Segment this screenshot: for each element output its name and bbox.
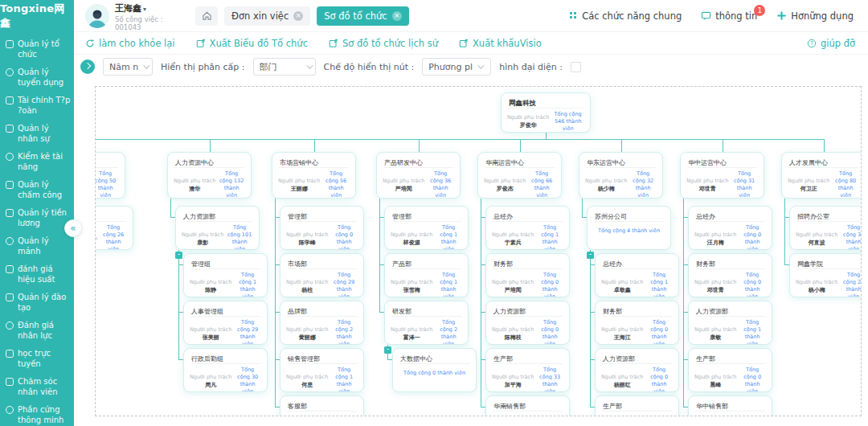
- org-node-c5e[interactable]: 华南销售部: [485, 395, 570, 416]
- sidebar-item-5[interactable]: Kiểm kê tài năng: [0, 148, 74, 176]
- org-node-member-count[interactable]: Tổng cộng 32 thành viên: [629, 170, 657, 199]
- refresh-button[interactable]: làm cho khỏe lại: [85, 38, 175, 49]
- org-node-c5[interactable]: 华南运营中心Người phụ trách罗俊杰Tổng cộng 66 thà…: [477, 152, 562, 199]
- org-node-member-count[interactable]: Tổng cộng 0 thành viên: [536, 319, 563, 345]
- org-node-c2a2[interactable]: 人事管理组Người phụ trách张美丽Tổng cộng 29 thàn…: [183, 301, 268, 345]
- sidebar-item-2[interactable]: Quản lý tuyển dụng: [0, 63, 74, 92]
- org-node-member-count[interactable]: Tổng cộng 1 thành viên: [739, 319, 766, 345]
- org-node-c4c[interactable]: 研发部Người phụ trách富泽一Tổng cộng 2 thành v…: [384, 301, 469, 345]
- common-functions-button[interactable]: Các chức năng chung: [569, 10, 682, 22]
- org-node-member-count[interactable]: Tổng cộng 80 thành viên: [832, 170, 859, 199]
- collapse-toggle[interactable]: -: [175, 252, 182, 259]
- home-tab[interactable]: [195, 6, 218, 26]
- org-node-c2a1[interactable]: 管理组Người phụ trách陈静Tổng cộng 1 thành vi…: [183, 253, 268, 297]
- org-node-root[interactable]: 网鑫科技Người phụ trách罗俊华Tổng cộng 546 thàn…: [501, 92, 591, 133]
- sidebar-item-8[interactable]: Quản lý mảnh: [0, 232, 74, 260]
- org-node-member-count[interactable]: Tổng cộng 36 thành viên: [427, 170, 454, 199]
- org-node-member-count[interactable]: Tổng cộng 0 thành viên: [739, 367, 766, 392]
- org-node-member-count[interactable]: Tổng cộng 1 thành viên: [435, 272, 462, 297]
- collapse-toggle[interactable]: -: [587, 252, 594, 259]
- org-node-member-count[interactable]: Tổng cộng 0 thành viên: [645, 367, 673, 392]
- sidebar-collapse-button[interactable]: «: [64, 219, 82, 237]
- org-node-member-count[interactable]: Tổng cộng 26 thành viên: [100, 224, 127, 250]
- org-node-c5b[interactable]: 财务部Người phụ trách严培闻Tổng cộng 0 thành v…: [485, 253, 570, 297]
- org-node-member-count[interactable]: Tổng cộng 2 thành viên: [435, 319, 462, 345]
- org-node-c3c[interactable]: 品牌部Người phụ trách黄丽娜Tổng cộng 2 thành v…: [280, 301, 364, 345]
- sidebar-item-3[interactable]: Tài chính T?p ?oàn: [0, 92, 74, 120]
- org-node-member-count[interactable]: Tổng cộng 0 thành viên: [536, 272, 563, 297]
- org-history-button[interactable]: Sơ đồ tổ chức lịch sử: [329, 38, 438, 49]
- sidebar-item-13[interactable]: Chăm sóc nhân viên: [0, 373, 74, 401]
- org-node-member-count[interactable]: Tổng cộng 1 thành viên: [234, 272, 261, 297]
- org-node-member-count[interactable]: Tổng cộng 546 thành viên: [551, 111, 584, 133]
- org-node-c6a1[interactable]: 总经办Người phụ trách卓敬鑫Tổng cộng 1 thành v…: [595, 253, 679, 297]
- org-node-c6a2[interactable]: 财务部Người phụ trách王海江Tổng cộng 0 thành v…: [595, 301, 679, 345]
- sidebar-item-4[interactable]: Quản lý nhân sự: [0, 120, 74, 148]
- tab-don-xin-viec[interactable]: Đơn xin việc ×: [224, 6, 310, 26]
- sidebar-item-7[interactable]: Quản lý tiền lương: [0, 204, 74, 232]
- sidebar-item-9[interactable]: đánh giá hiệu suất: [0, 260, 74, 289]
- org-node-member-count[interactable]: Tổng cộng 4 thành viên: [598, 227, 660, 235]
- org-node-member-count[interactable]: Tổng cộng 1 thành viên: [536, 224, 563, 250]
- org-node-c7[interactable]: 华中运营中心Người phụ trách邓世青Tổng cộng 31 thà…: [680, 152, 764, 199]
- org-node-member-count[interactable]: Tổng cộng 0 thành viên: [330, 224, 358, 250]
- level-select[interactable]: 部门: [253, 58, 316, 76]
- sidebar-item-14[interactable]: Phần cứng thông minh: [0, 401, 74, 426]
- org-node-member-count[interactable]: Tổng cộng 30 thành viên: [234, 367, 261, 392]
- org-node-c8[interactable]: 人才发展中心Người phụ trách何卫正Tổng cộng 80 thà…: [781, 152, 862, 199]
- org-node-c6a4[interactable]: 生产部: [595, 395, 679, 416]
- sidebar-item-11[interactable]: Đánh giá nhân lực: [0, 317, 74, 345]
- org-node-c4[interactable]: 产品研发中心Người phụ trách严培闻Tổng cộng 36 thà…: [376, 152, 461, 199]
- org-node-c3a[interactable]: 管理部Người phụ trách陈学峰Tổng cộng 0 thành v…: [280, 206, 364, 250]
- org-node-member-count[interactable]: Tổng cộng 0 thành viên: [739, 224, 766, 250]
- org-node-member-count[interactable]: Tổng cộng 1 thành viên: [435, 224, 462, 250]
- org-node-c6[interactable]: 华东运营中心Người phụ trách杨少梅Tổng cộng 32 thà…: [579, 152, 663, 199]
- org-node-member-count[interactable]: Tổng cộng 0 thành viên: [739, 272, 766, 297]
- org-node-c7b[interactable]: 财务部Người phụ trách邓世青Tổng cộng 0 thành v…: [688, 253, 772, 297]
- org-node-c7d[interactable]: 生产部Người phụ trách晨峰Tổng cộng 0 thành vi…: [688, 348, 772, 392]
- org-node-c6a3[interactable]: 人力资源部Người phụ trách杨丽红Tổng cộng 0 thành…: [595, 348, 679, 392]
- org-node-member-count[interactable]: Tổng cộng 31 thành viên: [731, 170, 758, 199]
- org-node-member-count[interactable]: Tổng cộng 30 thành viên: [840, 224, 862, 250]
- org-node-member-count[interactable]: Tổng cộng 56 thành viên: [322, 170, 350, 199]
- close-icon[interactable]: ×: [293, 11, 303, 21]
- org-node-c7c[interactable]: 人力资源部Người phụ trách康敏Tổng cộng 1 thành …: [688, 301, 772, 345]
- org-node-c2[interactable]: 人力资源中心Người phụ trách潘华Tổng cộng 132 thà…: [167, 152, 252, 199]
- org-node-member-count[interactable]: Tổng cộng 1 thành viên: [645, 272, 673, 297]
- org-node-member-count[interactable]: Tổng cộng 50 thành viên: [95, 170, 119, 199]
- org-node-member-count[interactable]: Tổng cộng 101 thành viên: [226, 224, 253, 250]
- org-node-member-count[interactable]: Tổng cộng 2 thành viên: [330, 319, 358, 345]
- year-select[interactable]: Năm n: [103, 58, 153, 76]
- expand-panel-button[interactable]: [80, 59, 95, 74]
- org-node-member-count[interactable]: Tổng cộng 0 thành viên: [645, 319, 673, 345]
- org-node-member-count[interactable]: Tổng cộng 29 thành viên: [330, 272, 358, 297]
- sidebar-item-10[interactable]: Quản lý đào tạo: [0, 289, 74, 317]
- org-node-c1[interactable]: Người phụ tráchTổng cộng 50 thành viên: [95, 152, 125, 199]
- export-org-chart-button[interactable]: Xuất Biểu đồ Tổ chức: [196, 38, 308, 49]
- org-node-c3d[interactable]: 销售管理部Người phụ trách何星Tổng cộng 1 thành …: [280, 348, 364, 392]
- org-node-c8b[interactable]: 网鑫学院Người phụ trách杨小梅Tổng cộng 25 thành…: [789, 253, 862, 297]
- user-block[interactable]: 王海鑫▾ Số công việc : 001043: [85, 0, 174, 31]
- tab-so-do-to-chuc[interactable]: Sơ đồ tổ chức ×: [317, 6, 408, 26]
- org-node-c4b[interactable]: 产品部Người phụ trách张雪梅Tổng cộng 1 thành v…: [384, 253, 469, 297]
- org-node-c5d[interactable]: 生产部Người phụ trách加平海Tổng cộng 33 thành …: [485, 348, 570, 392]
- org-node-c7e[interactable]: 华中销售部: [688, 395, 772, 416]
- org-node-c4c1[interactable]: 大数据中心Tổng cộng 0 thành viên: [392, 348, 477, 392]
- org-node-member-count[interactable]: Tổng cộng 0 thành viên: [403, 370, 465, 377]
- org-node-c5c[interactable]: 人力资源部Người phụ trách陈梅枝Tổng cộng 0 thành…: [485, 301, 570, 345]
- org-node-member-count[interactable]: Tổng cộng 25 thành viên: [840, 272, 862, 297]
- org-node-c3b[interactable]: 市场部Người phụ trách杨柱Tổng cộng 29 thành v…: [280, 253, 364, 297]
- node-mode-select[interactable]: Phương pl: [422, 58, 491, 76]
- messages-button[interactable]: thông tin 1: [701, 10, 757, 22]
- org-node-member-count[interactable]: Tổng cộng 66 thành viên: [528, 170, 555, 199]
- org-node-member-count[interactable]: Tổng cộng 1 thành viên: [330, 367, 358, 392]
- org-node-c2a3[interactable]: 行政后勤组Người phụ trách周凡Tổng cộng 30 thành…: [183, 348, 268, 392]
- close-icon[interactable]: ×: [392, 11, 402, 21]
- sidebar-item-6[interactable]: Quản lý chấm công: [0, 176, 74, 204]
- sidebar-item-1[interactable]: Quản lý tổ chức: [0, 35, 74, 63]
- org-node-c6a[interactable]: 苏州分公司Tổng cộng 4 thành viên: [587, 206, 671, 250]
- org-node-c5a[interactable]: 总经办Người phụ trách于素兵Tổng cộng 1 thành v…: [485, 206, 570, 250]
- apps-button[interactable]: Hơnững dụng: [776, 10, 854, 22]
- org-node-c7a[interactable]: 总经办Người phụ trách汪月梅Tổng cộng 0 thành v…: [688, 206, 772, 250]
- org-node-member-count[interactable]: Tổng cộng 29 thành viên: [234, 319, 261, 345]
